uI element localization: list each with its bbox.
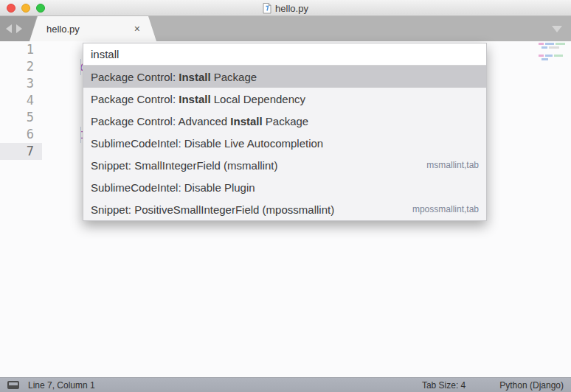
tab-bar: hello.py × — [0, 16, 571, 41]
palette-item[interactable]: Package Control: Install Package — [83, 66, 486, 88]
line-number: 6 — [0, 126, 42, 143]
palette-item-shortcut: mpossmallint,tab — [412, 204, 479, 214]
palette-item[interactable]: SublimeCodeIntel: Disable Plugin — [83, 176, 486, 198]
line-number: 3 — [0, 75, 42, 92]
tab-overflow-icon[interactable] — [552, 26, 562, 32]
palette-item-label: Package Control: Install Package — [91, 71, 479, 83]
tab-close-icon[interactable]: × — [134, 16, 140, 41]
palette-item-label: Snippet: PositiveSmallIntegerField (mpos… — [91, 203, 412, 216]
tab-label: hello.py — [46, 24, 80, 35]
palette-item[interactable]: Snippet: SmallIntegerField (msmallint)ms… — [83, 154, 486, 176]
indent-guide — [80, 127, 81, 143]
indent-guide — [80, 59, 81, 75]
command-palette: Package Control: Install PackagePackage … — [83, 43, 487, 221]
palette-item[interactable]: Package Control: Advanced Install Packag… — [83, 110, 486, 132]
line-number-gutter: 1234567 — [0, 41, 42, 377]
status-bar: Line 7, Column 1 Tab Size: 4 Python (Dja… — [0, 377, 571, 392]
palette-item-label: Package Control: Install Local Dependenc… — [91, 93, 479, 105]
palette-item-label: Snippet: SmallIntegerField (msmallint) — [91, 159, 426, 172]
line-number: 2 — [0, 58, 42, 75]
syntax-indicator[interactable]: Python (Django) — [499, 380, 564, 391]
palette-item-shortcut: msmallint,tab — [426, 160, 479, 170]
document-proxy-icon — [263, 3, 271, 14]
line-number: 7 — [0, 143, 42, 160]
line-number: 5 — [0, 109, 42, 126]
command-palette-list: Package Control: Install PackagePackage … — [83, 66, 486, 220]
palette-item-label: SublimeCodeIntel: Disable Plugin — [91, 181, 479, 194]
minimap[interactable] — [533, 43, 568, 72]
palette-item[interactable]: Snippet: PositiveSmallIntegerField (mpos… — [83, 198, 486, 220]
window-title: hello.py — [275, 3, 308, 14]
title-bar: hello.py — [0, 0, 571, 16]
back-icon[interactable] — [6, 24, 12, 33]
palette-item[interactable]: SublimeCodeIntel: Disable Live Autocompl… — [83, 132, 486, 154]
panel-switcher-icon[interactable] — [7, 381, 19, 389]
line-number: 4 — [0, 92, 42, 109]
cursor-position: Line 7, Column 1 — [28, 380, 95, 391]
palette-item[interactable]: Package Control: Install Local Dependenc… — [83, 88, 486, 110]
line-number: 1 — [0, 41, 42, 58]
tab-size-indicator[interactable]: Tab Size: 4 — [422, 380, 466, 391]
palette-item-label: SublimeCodeIntel: Disable Live Autocompl… — [91, 137, 479, 150]
palette-item-label: Package Control: Advanced Install Packag… — [91, 115, 479, 127]
forward-icon[interactable] — [16, 24, 22, 33]
command-palette-input[interactable] — [83, 43, 486, 66]
tab-hello-py[interactable]: hello.py × — [30, 16, 156, 41]
